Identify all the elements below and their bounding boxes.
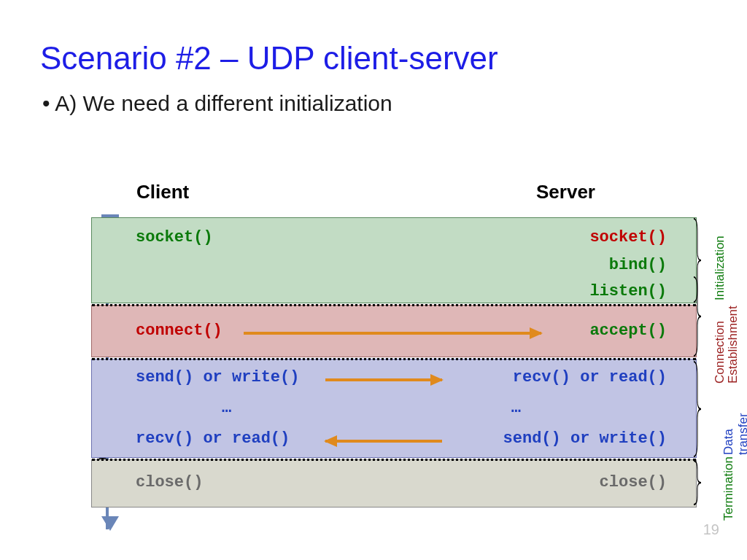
init-server-bind: bind() [609, 256, 667, 274]
phase-initialization: socket() socket() bind() listen() [91, 217, 697, 303]
term-server-close: close() [600, 473, 667, 491]
phase-termination: close() close() [91, 459, 697, 508]
conn-client-connect: connect() [136, 322, 222, 340]
label-connection: Connection [713, 321, 727, 384]
phase-connection: connect() accept() [91, 305, 697, 357]
label-data-transfer: Data transfer [721, 413, 747, 455]
label-termination: Termination [721, 456, 736, 521]
slide-title: Scenario #2 – UDP client-server [0, 0, 747, 77]
data-server-ellipsis: … [511, 399, 667, 417]
page-number: 19 [703, 521, 719, 538]
data-client-send: send() or write() [136, 368, 299, 386]
brace-conn [692, 276, 703, 357]
data-server-recv: recv() or read() [513, 368, 667, 386]
diagram: Client Server Time socket() socket() bin… [40, 181, 705, 529]
arrow-connect [244, 332, 541, 335]
term-client-close: close() [136, 473, 203, 491]
label-initialization: Initialization [713, 236, 727, 300]
brace-data [692, 360, 703, 458]
column-header-server: Server [536, 181, 595, 203]
phase-data-transfer: send() or write() recv() or read() … … r… [91, 359, 697, 458]
column-header-client: Client [136, 181, 189, 203]
conn-server-accept: accept() [589, 322, 667, 340]
data-client-recv: recv() or read() [136, 429, 290, 448]
arrow-recv [325, 440, 442, 443]
data-client-ellipsis: … [136, 399, 231, 417]
data-server-send: send() or write() [503, 429, 667, 448]
bullet-item: A) We need a different initialization [0, 77, 747, 116]
label-establishment: Establishment [726, 306, 740, 384]
init-client-socket: socket() [136, 228, 213, 246]
init-server-socket: socket() [589, 228, 667, 246]
init-server-listen: listen() [589, 282, 667, 300]
brace-term [692, 459, 703, 506]
arrow-send [325, 378, 442, 381]
